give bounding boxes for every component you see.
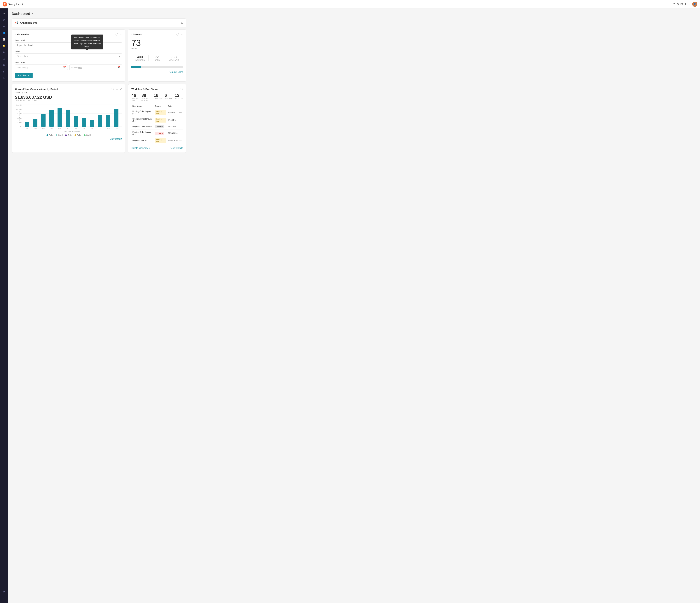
licenses-header: Licenses ⓘ ⤢ — [131, 33, 183, 36]
text-input[interactable] — [15, 43, 122, 48]
history-icon[interactable]: ⟲ — [676, 2, 679, 6]
commissions-view-details[interactable]: View Details — [15, 138, 122, 140]
status-badge: Awaiting You — [155, 118, 166, 123]
sidebar: ⌂ ⊕ ▦ 👥 📈 🔔 ⧉ ☑ ⚙ ⇅ ◎ ⚙ › — [0, 8, 8, 603]
commissions-info-icon[interactable]: ⓘ — [111, 88, 114, 91]
svg-text:Feb: Feb — [34, 128, 36, 129]
available-label: AVAILABLE — [166, 59, 183, 61]
licenses-expand-icon[interactable]: ⤢ — [181, 33, 183, 36]
row-actions[interactable]: ··· — [179, 130, 183, 137]
sidebar-item-chart[interactable]: 📈 — [1, 36, 7, 42]
svg-rect-13 — [33, 119, 38, 127]
row-status: Awaiting You — [154, 109, 167, 116]
x-axis-label: Axis Title Horiztonal — [22, 130, 122, 132]
wf-stat-val-1: 38 — [142, 93, 151, 98]
announcements-title: Annoucements — [20, 21, 38, 24]
sidebar-item-network[interactable]: ◎ — [1, 75, 7, 81]
workflow-info-icon[interactable]: ⓘ — [180, 88, 183, 91]
bottom-grid: Current Year Commissions by Period ⓘ ⚌ ⤢… — [12, 84, 186, 153]
svg-text:Mar: Mar — [42, 128, 45, 129]
table-row: Payment File Structure Recalled 11:57 AM… — [131, 124, 183, 130]
row-date: 31/03/2020 — [167, 130, 179, 137]
date-label: Input Label — [15, 61, 122, 64]
help-icon[interactable]: ? — [673, 2, 675, 6]
col-status: Status — [154, 104, 167, 109]
sidebar-item-settings[interactable]: ⚙ — [1, 589, 7, 595]
legend-item-1: Solid — [47, 134, 53, 136]
chart-legend: Solid Solid Solid Solid Solid — [15, 134, 122, 136]
run-report-button[interactable]: Run Report — [15, 73, 32, 78]
svg-rect-19 — [82, 118, 86, 127]
legend-item-5: Solid — [84, 134, 91, 136]
title-header-card: Description about current card informati… — [12, 29, 125, 81]
col-date[interactable]: Date ▾ — [167, 104, 179, 109]
wf-stat-awaiting-you: 46 AWAITING YOU — [131, 93, 139, 101]
license-stat-used: 23 USED — [149, 55, 166, 61]
workflow-table: Doc Name Status Date ▾ Missing Order Inq… — [131, 104, 183, 144]
license-stat-included: 400 INCLUDED — [131, 55, 148, 61]
initiate-workflow-label: Initiate Workflow — [131, 147, 148, 149]
calendar-icon: 📅 — [63, 66, 66, 69]
workflow-view-details[interactable]: View Details — [171, 147, 183, 149]
page-title-row: Dashboard ▾ — [12, 12, 186, 16]
svg-text:Jul: Jul — [75, 128, 77, 129]
download-icon[interactable]: ⬇ — [684, 2, 687, 6]
select-placeholder: Select Item — [17, 55, 28, 57]
sidebar-item-org[interactable]: ⊕ — [1, 17, 7, 23]
row-status: Declined — [154, 130, 167, 137]
sidebar-item-configure[interactable]: ⚙ — [1, 62, 7, 68]
svg-text:Nov: Nov — [107, 128, 110, 129]
chevron-down-icon: ▾ — [119, 55, 120, 57]
announcements-panel: 📢 Annoucements ∧ — [12, 19, 186, 27]
sidebar-item-tasks[interactable]: ☑ — [1, 56, 7, 62]
included-value: 400 — [131, 55, 148, 59]
svg-text:Dec: Dec — [115, 128, 118, 129]
workflow-header: Workflow & Doc Status ⓘ — [131, 88, 183, 91]
row-doc-name: Payment File Structure — [131, 124, 154, 130]
row-date: 12/06/2020 — [167, 137, 179, 145]
top-grid: Description about current card informati… — [12, 29, 186, 81]
legend-item-2: Solid — [56, 134, 62, 136]
sidebar-item-people[interactable]: 👥 — [1, 30, 7, 36]
row-actions[interactable]: ··· — [179, 109, 183, 116]
licenses-info-icon[interactable]: ⓘ — [176, 33, 179, 36]
calendar-icon-2: 📅 — [118, 66, 120, 69]
sidebar-item-home[interactable]: ⌂ — [1, 10, 7, 16]
sidebar-item-bell[interactable]: 🔔 — [1, 43, 7, 49]
row-date: 11:57 AM — [167, 124, 179, 130]
sidebar-item-transfer[interactable]: ⇅ — [1, 69, 7, 75]
date-input-1[interactable]: mm/dd/yyyy 📅 — [15, 65, 68, 70]
select-wrapper[interactable]: Select Item ▾ — [15, 53, 122, 59]
svg-rect-16 — [57, 108, 62, 127]
wf-stat-recalled: 12 RECALLED — [175, 93, 183, 101]
wf-stat-declined: 6 DECLINED — [165, 93, 173, 101]
sidebar-expand[interactable]: › — [1, 595, 7, 601]
row-actions[interactable]: ··· — [179, 124, 183, 130]
announcements-collapse[interactable]: ∧ — [181, 21, 183, 24]
sidebar-item-layers[interactable]: ⧉ — [1, 49, 7, 55]
table-row: Missing Order Inquiry (2.1) Declined 31/… — [131, 130, 183, 137]
commissions-cumulative: CUMULATITVE YTD RESULTS — [15, 100, 122, 102]
included-label: INCLUDED — [131, 59, 148, 61]
date-inputs: mm/dd/yyyy 📅 mm/dd/yyyy 📅 — [15, 65, 122, 70]
row-actions[interactable]: ··· — [179, 116, 183, 124]
date-input-2[interactable]: mm/dd/yyyy 📅 — [69, 65, 122, 70]
sidebar-item-table[interactable]: ▦ — [1, 23, 7, 29]
commissions-filter-icon[interactable]: ⚌ — [116, 88, 118, 91]
request-more-link[interactable]: Request More — [131, 71, 183, 73]
info-icon[interactable]: ⓘ — [116, 33, 118, 36]
apps-icon[interactable]: ⠿ — [689, 2, 691, 6]
brand-name: Xactly Incent — [8, 3, 23, 5]
wf-stat-awaiting-others: 38 AWAITING OTHERS — [142, 93, 151, 101]
expand-icon[interactable]: ⤢ — [120, 33, 122, 36]
commissions-expand-icon[interactable]: ⤢ — [120, 88, 122, 91]
avatar[interactable]: 👤 — [692, 2, 697, 7]
mail-icon[interactable]: ✉ — [680, 2, 683, 6]
chevron-down-icon: ▾ — [149, 147, 150, 149]
license-bar-fill — [131, 66, 141, 68]
initiate-workflow-button[interactable]: Initiate Workflow ▾ — [131, 147, 150, 149]
svg-text:$12.50M: $12.50M — [16, 104, 22, 106]
commissions-card: Current Year Commissions by Period ⓘ ⚌ ⤢… — [12, 84, 125, 153]
legend-item-3: Solid — [65, 134, 72, 136]
row-actions[interactable]: ··· — [179, 137, 183, 145]
